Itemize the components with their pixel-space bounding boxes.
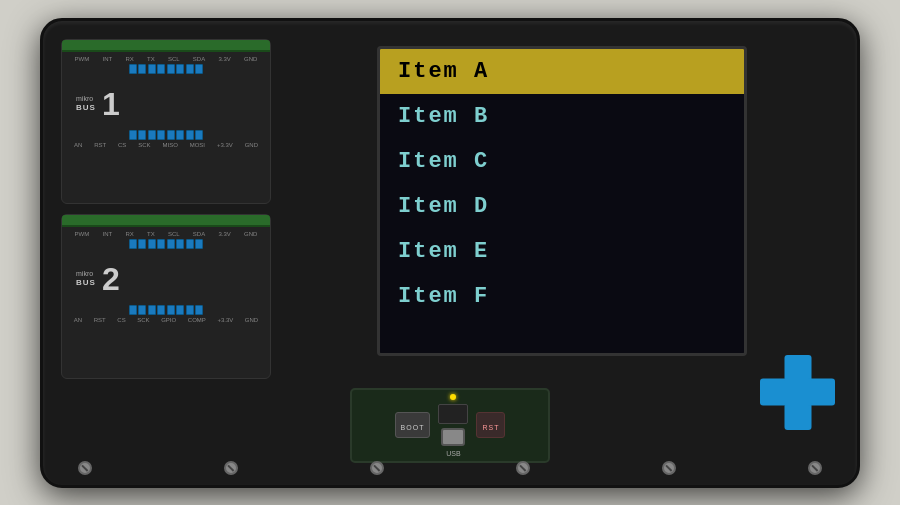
pin	[157, 305, 165, 315]
screen-content: Item A Item B Item C Item D Item E Item …	[380, 49, 744, 353]
menu-item-f[interactable]: Item F	[380, 274, 744, 319]
pin-row-top-2	[68, 239, 264, 249]
left-panel: PWMINTRXTXSCLSDA3.3VGND mikro BUS 1	[61, 39, 271, 439]
screw-6	[808, 461, 822, 475]
pin-row-top-1	[68, 64, 264, 74]
screw-3	[370, 461, 384, 475]
pin	[148, 305, 156, 315]
pin	[138, 305, 146, 315]
menu-item-b[interactable]: Item B	[380, 94, 744, 139]
pin	[176, 239, 184, 249]
pin-labels-top-2: PWMINTRXTXSCLSDA3.3VGND	[68, 231, 264, 237]
screw-5	[662, 461, 676, 475]
pin	[195, 305, 203, 315]
pin	[195, 239, 203, 249]
pin-row-bottom-1	[68, 130, 264, 140]
pin	[138, 130, 146, 140]
pin	[129, 239, 137, 249]
pin	[157, 239, 165, 249]
dpad-down[interactable]	[784, 403, 811, 430]
pin	[186, 305, 194, 315]
pin	[148, 239, 156, 249]
pin-labels-bottom-1: ANRSTCSSCKMISOMOSI+3.3VGND	[68, 142, 264, 148]
dpad[interactable]	[760, 355, 835, 430]
pin	[167, 305, 175, 315]
screw-2	[224, 461, 238, 475]
pin	[129, 130, 137, 140]
bus-number-2: 2	[102, 263, 120, 295]
connector-bar-top-2	[62, 215, 270, 227]
pin	[157, 130, 165, 140]
screw-row	[78, 461, 822, 475]
screw-4	[516, 461, 530, 475]
pin	[129, 305, 137, 315]
menu-item-d[interactable]: Item D	[380, 184, 744, 229]
pin-labels-bottom-2: ANRSTCSSCKGPIOCOMP+3.3VGND	[68, 317, 264, 323]
dpad-container	[760, 355, 835, 430]
pin	[176, 64, 184, 74]
device-frame: PWMINTRXTXSCLSDA3.3VGND mikro BUS 1	[40, 18, 860, 488]
bus-slot-1: PWMINTRXTXSCLSDA3.3VGND mikro BUS 1	[61, 39, 271, 204]
pin	[138, 64, 146, 74]
menu-item-e[interactable]: Item E	[380, 229, 744, 274]
pin-labels-top-1: PWMINTRXTXSCLSDA3.3VGND	[68, 56, 264, 62]
pin	[167, 130, 175, 140]
pin	[157, 64, 165, 74]
pin	[167, 239, 175, 249]
bus-number-1: 1	[102, 88, 120, 120]
usb-port	[441, 428, 465, 446]
menu-item-c[interactable]: Item C	[380, 139, 744, 184]
connector-bar-top-1	[62, 40, 270, 52]
pin	[195, 130, 203, 140]
pin	[186, 239, 194, 249]
boot-button[interactable]: BOOT	[395, 412, 431, 438]
bottom-board: BOOT USB RST	[350, 388, 550, 463]
menu-item-a[interactable]: Item A	[380, 49, 744, 94]
board-chip	[438, 404, 468, 424]
pin	[176, 130, 184, 140]
dpad-up[interactable]	[784, 355, 811, 382]
pin	[186, 64, 194, 74]
pin	[186, 130, 194, 140]
dpad-center	[784, 379, 811, 406]
pin	[148, 130, 156, 140]
pin	[129, 64, 137, 74]
usb-label: USB	[446, 450, 460, 457]
rst-button[interactable]: RST	[476, 412, 505, 438]
pin	[195, 64, 203, 74]
pin-row-bottom-2	[68, 305, 264, 315]
dpad-right[interactable]	[808, 379, 835, 406]
dpad-left[interactable]	[760, 379, 787, 406]
pin	[167, 64, 175, 74]
pin	[138, 239, 146, 249]
pin	[176, 305, 184, 315]
led-indicator	[450, 394, 456, 400]
bus-slot-2: PWMINTRXTXSCLSDA3.3VGND mikro BUS 2	[61, 214, 271, 379]
screw-1	[78, 461, 92, 475]
screen: Item A Item B Item C Item D Item E Item …	[377, 46, 747, 356]
pin	[148, 64, 156, 74]
